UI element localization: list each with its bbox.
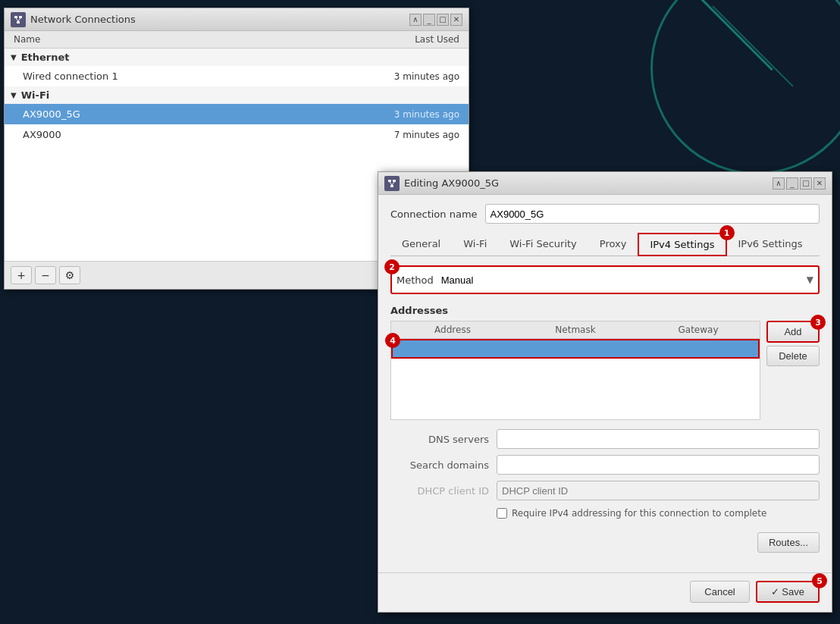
nc-window-maximize[interactable]: □ (437, 14, 449, 26)
tabs-row: General Wi-Fi Wi-Fi Security Proxy IPv4 … (390, 233, 820, 256)
nc-group-wifi-label: Wi-Fi (21, 89, 50, 101)
nc-header-name: Name (14, 34, 40, 45)
addr-cell-address[interactable] (393, 340, 515, 357)
tab-wifi[interactable]: Wi-Fi (452, 233, 498, 256)
ethernet-expand-arrow: ▼ (11, 53, 17, 61)
method-dropdown-arrow: ▼ (807, 274, 813, 285)
edit-window-close[interactable]: ✕ (813, 177, 826, 190)
nc-item-wired-time: 3 minutes ago (394, 71, 459, 82)
svg-rect-6 (393, 180, 396, 182)
nc-settings-button[interactable]: ⚙ (59, 266, 80, 284)
nc-title: Network Connections (30, 14, 136, 25)
address-row-1[interactable] (391, 339, 760, 359)
addresses-table: Address Netmask Gateway 4 (390, 321, 760, 420)
connection-name-input[interactable] (485, 204, 820, 224)
tab-ipv4[interactable]: IPv4 Settings (638, 233, 726, 256)
edit-titlebar: Editing AX9000_5G ∧ _ □ ✕ (378, 172, 832, 195)
require-ipv4-row: Require IPv4 addressing for this connect… (390, 508, 820, 519)
require-ipv4-label: Require IPv4 addressing for this connect… (512, 508, 766, 519)
addresses-table-header: Address Netmask Gateway (391, 321, 760, 339)
svg-rect-7 (390, 185, 393, 187)
network-connections-icon (11, 12, 26, 27)
svg-rect-0 (14, 16, 17, 18)
nc-window-controls: ∧ _ □ ✕ (409, 14, 462, 26)
dhcp-client-id-row: DHCP client ID (390, 481, 820, 500)
badge-addr-row: 4 (385, 333, 400, 348)
nc-window-close[interactable]: ✕ (450, 14, 462, 26)
edit-window-maximize[interactable]: □ (800, 177, 812, 190)
edit-window-icon (384, 176, 400, 191)
search-domains-input[interactable] (497, 455, 820, 475)
nc-item-wired-name: Wired connection 1 (23, 71, 118, 82)
nc-add-button[interactable]: + (11, 266, 32, 284)
edit-window-controls: ∧ _ □ ✕ (773, 177, 826, 190)
nc-item-ax9000-time: 7 minutes ago (394, 130, 459, 140)
tab-proxy[interactable]: Proxy (588, 233, 638, 256)
svg-rect-5 (388, 180, 391, 182)
nc-header-last-used: Last Used (415, 34, 459, 45)
save-button[interactable]: ✓ Save (756, 581, 820, 603)
edit-actions: Cancel 5 ✓ Save (378, 572, 832, 612)
dhcp-client-id-label: DHCP client ID (390, 485, 489, 497)
addresses-section-title: Addresses (390, 305, 820, 316)
method-label: Method (396, 274, 434, 286)
require-ipv4-checkbox[interactable] (497, 508, 507, 519)
connection-name-row: Connection name (390, 204, 820, 224)
svg-line-9 (392, 182, 394, 185)
cancel-button[interactable]: Cancel (690, 581, 749, 603)
addresses-buttons: 3 Add Delete (766, 321, 820, 420)
edit-window-minimize[interactable]: _ (786, 177, 798, 190)
svg-line-3 (16, 18, 18, 21)
addr-col-netmask: Netmask (514, 321, 637, 338)
svg-rect-2 (17, 21, 20, 24)
nc-item-ax9000-5g-time: 3 minutes ago (394, 109, 459, 120)
method-row: Method Automatic (DHCP) Manual Link-Loca… (390, 265, 820, 294)
addr-cell-netmask[interactable] (515, 340, 637, 357)
dns-servers-label: DNS servers (390, 434, 489, 445)
nc-titlebar-left: Network Connections (11, 12, 136, 27)
nc-item-ax9000-5g-name: AX9000_5G (23, 108, 80, 120)
nc-item-ax9000-5g[interactable]: AX9000_5G 3 minutes ago (5, 104, 469, 124)
method-select[interactable]: Automatic (DHCP) Manual Link-Local Only … (441, 270, 799, 290)
nc-titlebar: Network Connections ∧ _ □ ✕ (5, 8, 469, 31)
badge-save: 5 (812, 573, 827, 588)
addresses-table-empty (391, 359, 760, 419)
nc-group-ethernet-label: Ethernet (21, 52, 70, 63)
badge-method: 2 (384, 259, 400, 274)
addr-col-address: Address (391, 321, 514, 338)
editing-window: Editing AX9000_5G ∧ _ □ ✕ Connection nam… (378, 171, 832, 613)
addr-col-gateway: Gateway (637, 321, 760, 338)
nc-window-up[interactable]: ∧ (409, 14, 422, 26)
edit-titlebar-left: Editing AX9000_5G (384, 176, 499, 191)
delete-address-button[interactable]: Delete (766, 346, 820, 366)
badge-add-btn: 3 (810, 315, 826, 330)
addr-cell-gateway[interactable] (636, 340, 758, 357)
dns-servers-row: DNS servers (390, 429, 820, 449)
edit-title: Editing AX9000_5G (404, 177, 499, 189)
edit-window-up[interactable]: ∧ (773, 177, 785, 190)
svg-line-4 (18, 18, 20, 21)
nc-item-wired[interactable]: Wired connection 1 3 minutes ago (5, 66, 469, 86)
nc-item-ax9000[interactable]: AX9000 7 minutes ago (5, 124, 469, 145)
nc-remove-button[interactable]: − (35, 266, 56, 284)
tab-general[interactable]: General (390, 233, 452, 256)
routes-button[interactable]: Routes... (757, 532, 820, 553)
dns-servers-input[interactable] (497, 429, 820, 449)
search-domains-label: Search domains (390, 459, 489, 471)
tab-wifi-security[interactable]: Wi-Fi Security (498, 233, 588, 256)
edit-body: Connection name General Wi-Fi Wi-Fi Secu… (378, 195, 832, 572)
nc-group-wifi[interactable]: ▼ Wi-Fi (5, 86, 469, 104)
addresses-container: Address Netmask Gateway 4 3 Ad (390, 321, 820, 420)
nc-item-ax9000-name: AX9000 (23, 129, 61, 140)
connection-name-label: Connection name (390, 209, 478, 220)
nc-group-ethernet[interactable]: ▼ Ethernet (5, 49, 469, 66)
wifi-expand-arrow: ▼ (11, 91, 17, 99)
nc-window-minimize[interactable]: _ (423, 14, 435, 26)
tab-ipv6[interactable]: IPv6 Settings (727, 233, 814, 256)
nc-column-headers: Name Last Used (5, 31, 469, 49)
search-domains-row: Search domains (390, 455, 820, 475)
svg-line-8 (390, 182, 392, 185)
badge-tab-ipv4: 1 (719, 225, 735, 240)
routes-row: Routes... (390, 526, 820, 553)
dhcp-client-id-input[interactable] (497, 481, 820, 500)
